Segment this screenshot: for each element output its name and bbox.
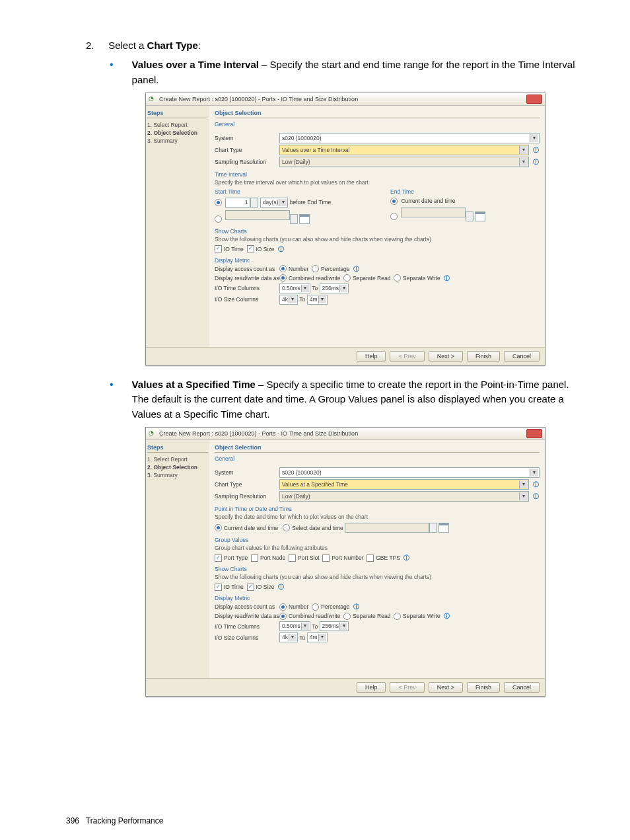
info-icon[interactable]: ⓘ <box>532 146 540 154</box>
info-icon[interactable]: ⓘ <box>352 265 360 273</box>
info-icon[interactable]: ⓘ <box>352 603 360 611</box>
iotime-from-select[interactable]: 0.50ms▾ <box>279 621 310 631</box>
spinner-icon[interactable] <box>466 211 473 221</box>
help-button[interactable]: Help <box>357 351 386 362</box>
chart-type-select[interactable]: Values at a Specified Time▾ <box>279 479 529 490</box>
panel-header: Object Selection <box>215 443 540 453</box>
chart-type-label: Chart Type <box>215 147 279 153</box>
finish-button[interactable]: Finish <box>467 351 500 362</box>
show-charts-title: Show Charts <box>215 566 540 572</box>
iotime-checkbox[interactable] <box>215 584 222 591</box>
end-date-input[interactable] <box>401 208 466 217</box>
iotime-from-select[interactable]: 0.50ms▾ <box>279 284 310 293</box>
sampling-value: Low (Daily) <box>282 493 310 500</box>
separate-read-radio[interactable] <box>343 274 351 282</box>
pit-date-input[interactable] <box>345 523 429 533</box>
separate-write-radio[interactable] <box>394 613 401 620</box>
close-icon[interactable] <box>526 429 542 438</box>
info-icon[interactable]: ⓘ <box>403 554 411 562</box>
combined-rw-label: Combined read/write <box>289 275 340 282</box>
spinner-icon[interactable] <box>290 214 298 224</box>
end-current-radio[interactable] <box>390 198 398 205</box>
dialog-titlebar: ◔ Create New Report : s020 (1000020) - P… <box>146 428 545 440</box>
close-icon[interactable] <box>526 95 542 104</box>
chart-type-select[interactable]: Values over a Time Interval▾ <box>279 145 529 155</box>
info-icon[interactable]: ⓘ <box>443 274 451 282</box>
percentage-label: Percentage <box>321 266 349 272</box>
iotime-to-select[interactable]: 256ms▾ <box>320 284 349 293</box>
system-select[interactable]: s020 (1000020)▾ <box>279 133 540 143</box>
calendar-icon[interactable] <box>475 211 485 221</box>
system-select[interactable]: s020 (1000020)▾ <box>279 467 540 478</box>
separate-read-radio[interactable] <box>343 613 351 620</box>
info-icon[interactable]: ⓘ <box>277 583 285 591</box>
relative-value-input[interactable]: 1 <box>225 198 250 208</box>
wizard-step-1[interactable]: 1. Select Report <box>147 121 208 129</box>
finish-button[interactable]: Finish <box>467 682 500 693</box>
iosize-from-select[interactable]: 4k▾ <box>279 632 298 642</box>
pit-select-radio[interactable] <box>283 524 290 531</box>
spinner-icon[interactable] <box>250 198 258 208</box>
info-icon[interactable]: ⓘ <box>532 492 540 500</box>
iotime-checkbox[interactable] <box>215 245 222 252</box>
iosize-to-select[interactable]: 4m▾ <box>307 632 328 642</box>
percentage-radio[interactable] <box>312 265 319 272</box>
system-label: System <box>215 135 279 141</box>
calendar-icon[interactable] <box>299 214 310 224</box>
iosize-to-select[interactable]: 4m▾ <box>307 295 328 305</box>
wizard-step-1[interactable]: 1. Select Report <box>147 455 208 463</box>
access-count-label: Display access count as <box>215 266 279 272</box>
end-absolute-radio[interactable] <box>390 213 398 220</box>
help-button[interactable]: Help <box>357 682 386 693</box>
number-radio[interactable] <box>279 265 287 272</box>
sampling-select[interactable]: Low (Daily)▾ <box>279 491 529 502</box>
combined-rw-radio[interactable] <box>279 613 287 620</box>
wizard-step-3[interactable]: 3. Summary <box>147 137 208 145</box>
iosize-checkbox[interactable] <box>247 584 254 591</box>
bullet2-title: Values at a Specified Time <box>132 379 256 390</box>
next-button[interactable]: Next > <box>429 351 463 362</box>
iosize-from-select[interactable]: 4k▾ <box>279 295 298 305</box>
gbetps-checkbox[interactable] <box>367 554 374 562</box>
start-absolute-radio[interactable] <box>215 215 222 223</box>
calendar-icon[interactable] <box>438 523 449 533</box>
pit-current-radio[interactable] <box>215 524 222 531</box>
cancel-button[interactable]: Cancel <box>504 682 540 693</box>
porttype-checkbox[interactable] <box>215 554 222 562</box>
iosize-checkbox[interactable] <box>247 245 254 252</box>
portnum-checkbox[interactable] <box>322 554 330 562</box>
iotime-to-select[interactable]: 256ms▾ <box>320 621 349 631</box>
wizard-step-2[interactable]: 2. Object Selection <box>147 129 208 137</box>
iosize-label: IO Size <box>256 246 275 252</box>
system-label: System <box>215 469 279 476</box>
relative-unit-select[interactable]: day(s)▾ <box>260 198 289 208</box>
to-label: To <box>312 285 318 291</box>
next-button[interactable]: Next > <box>429 682 463 693</box>
number-radio[interactable] <box>279 603 287 611</box>
separate-read-label: Separate Read <box>353 613 390 619</box>
wizard-step-2[interactable]: 2. Object Selection <box>147 463 208 471</box>
chart-type-value: Values over a Time Interval <box>282 147 349 153</box>
sampling-select[interactable]: Low (Daily)▾ <box>279 157 529 167</box>
display-metric-title: Display Metric <box>215 595 540 601</box>
info-icon[interactable]: ⓘ <box>443 612 451 620</box>
prev-button[interactable]: < Prev <box>390 682 424 693</box>
portslot-checkbox[interactable] <box>289 554 296 562</box>
percentage-radio[interactable] <box>312 603 319 611</box>
separate-write-radio[interactable] <box>394 274 401 282</box>
spinner-icon[interactable] <box>429 523 437 533</box>
combined-rw-radio[interactable] <box>279 274 287 282</box>
steps-header: Steps <box>147 443 208 453</box>
app-icon: ◔ <box>149 95 157 103</box>
wizard-step-3[interactable]: 3. Summary <box>147 471 208 479</box>
start-relative-radio[interactable] <box>215 199 222 206</box>
cancel-button[interactable]: Cancel <box>504 351 540 362</box>
object-selection-panel: Object Selection General System s020 (10… <box>209 440 545 678</box>
portnode-checkbox[interactable] <box>251 554 258 562</box>
general-section-label: General <box>215 455 540 462</box>
prev-button[interactable]: < Prev <box>390 351 424 362</box>
start-date-input[interactable] <box>225 210 290 220</box>
info-icon[interactable]: ⓘ <box>532 158 540 166</box>
info-icon[interactable]: ⓘ <box>532 480 540 488</box>
info-icon[interactable]: ⓘ <box>277 245 285 253</box>
